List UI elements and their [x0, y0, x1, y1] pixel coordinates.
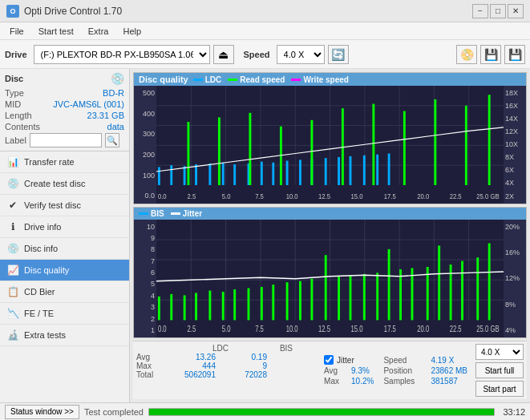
- start-speed-select[interactable]: 4.0 X: [475, 344, 524, 360]
- jitter-max-val: 10.2%: [351, 377, 374, 386]
- status-window-button[interactable]: Status window >>: [5, 405, 79, 419]
- nav-items: 📊Transfer rate💿Create test disc✔Verify t…: [0, 151, 129, 346]
- legend-readspeed-label: Read speed: [240, 75, 285, 84]
- svg-rect-86: [376, 273, 378, 320]
- avg-row: Avg 13.26 0.19: [136, 353, 316, 361]
- nav-item-disc-info[interactable]: 💿Disc info: [0, 238, 129, 260]
- nav-item-disc-quality[interactable]: 📈Disc quality: [0, 260, 129, 281]
- start-part-button[interactable]: Start part: [475, 381, 524, 397]
- jitter-checkbox[interactable]: [324, 355, 334, 365]
- disc-mid-row: MID JVC-AMS6L (001): [5, 99, 124, 109]
- nav-label-create-test-disc: Create test disc: [24, 179, 85, 188]
- chart2-y-axis-right: 20% 16% 12% 8% 4%: [504, 220, 526, 338]
- stats-row: LDC BIS Avg 13.26 0.19 Max 444 9 Total 5…: [133, 341, 527, 399]
- svg-rect-23: [272, 163, 274, 185]
- svg-rect-76: [248, 288, 250, 320]
- disc-type-value: BD-R: [103, 88, 124, 98]
- nav-icon-fe-te: 📉: [6, 307, 19, 320]
- legend-ldc-label: LDC: [205, 75, 222, 84]
- svg-rect-29: [350, 156, 352, 185]
- svg-rect-37: [310, 120, 313, 185]
- chart1-header: Disc quality LDC Read speed Write speed: [134, 73, 526, 86]
- chart2-header: BIS Jitter: [134, 208, 526, 220]
- nav-item-drive-info[interactable]: ℹDrive info: [0, 216, 129, 238]
- svg-text:12.5: 12.5: [318, 192, 330, 200]
- chart1-svg: 0.0 2.5 5.0 7.5 10.0 12.5 15.0 17.5 20.0…: [156, 86, 504, 204]
- ldc-header: LDC: [180, 344, 229, 353]
- svg-rect-78: [272, 285, 274, 320]
- svg-text:7.5: 7.5: [255, 192, 264, 200]
- menu-start-test[interactable]: Start test: [32, 25, 80, 38]
- maximize-button[interactable]: □: [490, 4, 506, 18]
- toolbar-btn-1[interactable]: 📀: [456, 45, 477, 64]
- total-bis: 72028: [219, 370, 267, 379]
- menu-extra[interactable]: Extra: [82, 25, 115, 38]
- disc-label-input[interactable]: [30, 133, 102, 147]
- svg-rect-40: [403, 111, 406, 185]
- total-row: Total 5062091 72028: [136, 370, 316, 379]
- start-full-button[interactable]: Start full: [475, 362, 524, 378]
- nav-label-disc-info: Disc info: [24, 244, 58, 253]
- svg-rect-19: [222, 163, 225, 185]
- start-btn-section: 4.0 X Start full Start part: [472, 341, 527, 399]
- disc-label-button[interactable]: 🔍: [105, 133, 119, 147]
- disc-length-value: 23.31 GB: [87, 111, 124, 120]
- nav-item-create-test-disc[interactable]: 💿Create test disc: [0, 173, 129, 195]
- samples-row: Samples 381587: [383, 377, 467, 386]
- svg-text:17.5: 17.5: [384, 192, 396, 200]
- avg-bis: 0.19: [219, 353, 267, 361]
- drive-select[interactable]: (F:) PLEXTOR BD-R PX-LB950SA 1.06: [34, 45, 210, 64]
- svg-rect-72: [195, 293, 197, 320]
- toolbar: Drive (F:) PLEXTOR BD-R PX-LB950SA 1.06 …: [0, 40, 530, 69]
- svg-rect-80: [299, 281, 301, 320]
- svg-rect-70: [170, 293, 172, 319]
- chart1-title: Disc quality: [139, 75, 188, 84]
- svg-rect-28: [338, 157, 340, 185]
- legend-bis-label: BIS: [151, 209, 164, 218]
- status-time: 33:12: [503, 407, 525, 417]
- svg-text:15.0: 15.0: [350, 323, 362, 333]
- disc-type-row: Type BD-R: [5, 88, 124, 98]
- minimize-button[interactable]: −: [472, 4, 488, 18]
- refresh-button[interactable]: 🔄: [328, 45, 349, 64]
- svg-text:10.0: 10.0: [286, 323, 298, 333]
- menu-help[interactable]: Help: [116, 25, 148, 38]
- toolbar-btn-3[interactable]: 💾: [504, 45, 525, 64]
- legend-bis: BIS: [139, 209, 164, 218]
- disc-length-label: Length: [5, 111, 32, 120]
- speed-select[interactable]: 4.0 X: [277, 45, 325, 64]
- stats-table: LDC BIS Avg 13.26 0.19 Max 444 9 Total 5…: [133, 341, 319, 399]
- legend-jitter: Jitter: [171, 209, 202, 218]
- speed-info-label: Speed: [383, 356, 427, 365]
- svg-rect-31: [376, 155, 378, 185]
- nav-item-transfer-rate[interactable]: 📊Transfer rate: [0, 151, 129, 173]
- menu-file[interactable]: File: [3, 25, 30, 38]
- disc-mid-label: MID: [5, 99, 21, 109]
- nav-label-drive-info: Drive info: [24, 222, 61, 232]
- avg-ldc: 13.26: [168, 353, 216, 361]
- svg-text:12.5: 12.5: [318, 323, 330, 333]
- total-label: Total: [136, 370, 164, 379]
- nav-item-cd-bier[interactable]: 📋CD Bier: [0, 281, 129, 303]
- svg-rect-93: [461, 260, 463, 320]
- svg-rect-38: [342, 108, 344, 185]
- svg-rect-16: [184, 166, 186, 185]
- avg-label: Avg: [136, 353, 164, 361]
- speed-info-row: Speed 4.19 X: [383, 356, 467, 365]
- nav-item-extra-tests[interactable]: 🔬Extra tests: [0, 325, 129, 346]
- toolbar-btn-2[interactable]: 💾: [480, 45, 501, 64]
- nav-label-fe-te: FE / TE: [24, 309, 54, 318]
- progress-bar-fill: [149, 409, 495, 415]
- legend-bis-dot: [139, 212, 148, 215]
- disc-icon: 💿: [111, 72, 124, 85]
- nav-item-fe-te[interactable]: 📉FE / TE: [0, 303, 129, 325]
- svg-rect-22: [261, 162, 263, 185]
- close-button[interactable]: ✕: [508, 4, 524, 18]
- svg-rect-91: [438, 245, 440, 320]
- nav-item-verify-test-disc[interactable]: ✔Verify test disc: [0, 195, 129, 216]
- svg-rect-94: [476, 257, 479, 320]
- speed-label: Speed: [244, 50, 270, 59]
- eject-button[interactable]: ⏏: [213, 45, 234, 64]
- svg-rect-34: [218, 117, 220, 185]
- svg-rect-15: [170, 165, 172, 185]
